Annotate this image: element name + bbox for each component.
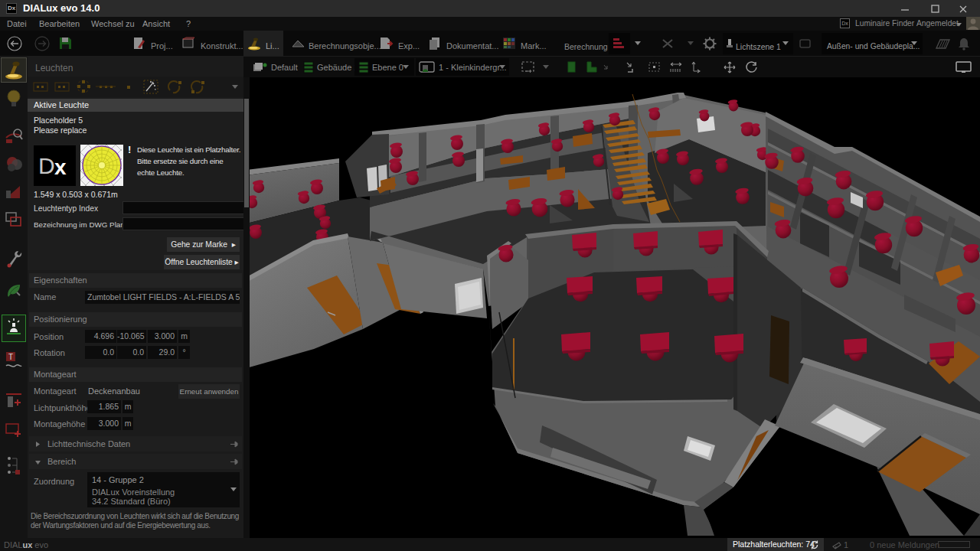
svg-text:T: T [8,353,13,361]
